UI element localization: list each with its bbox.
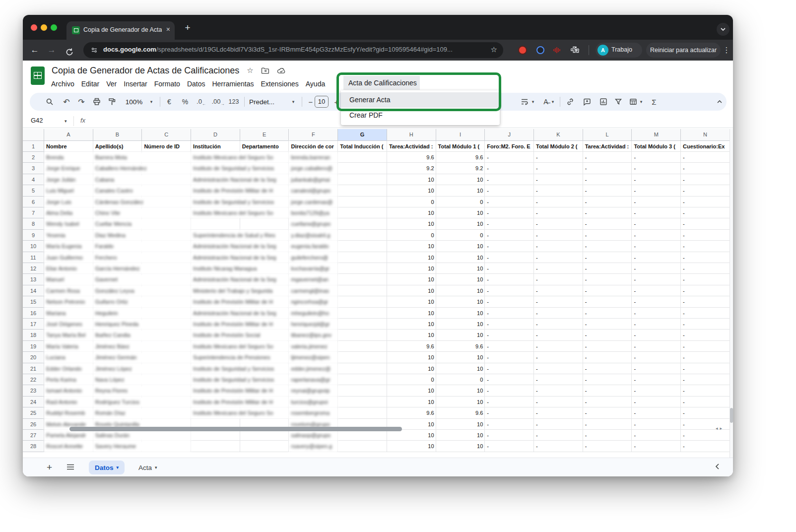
column-header-F[interactable]: F <box>289 129 338 141</box>
row-header-15[interactable]: 15 <box>23 296 44 307</box>
increase-decimals-button[interactable]: .00→ <box>210 93 225 111</box>
row-header-22[interactable]: 22 <box>23 374 44 385</box>
cell-G20[interactable] <box>338 352 387 363</box>
cell-G7[interactable] <box>338 207 387 218</box>
row-header-14[interactable]: 14 <box>23 285 44 296</box>
insert-chart-icon[interactable] <box>597 93 609 111</box>
tab-search-chevron-icon[interactable] <box>717 23 730 36</box>
move-to-folder-icon[interactable] <box>261 67 269 74</box>
zoom-select[interactable]: 100% <box>123 93 145 111</box>
column-header-I[interactable]: I <box>436 129 485 141</box>
row-header-19[interactable]: 19 <box>23 341 44 352</box>
cell-D8[interactable] <box>191 218 240 229</box>
browser-tab[interactable]: Copia de Generador de Actas × <box>66 21 175 40</box>
row-header-9[interactable]: 9 <box>23 230 44 241</box>
cell-G14[interactable] <box>338 285 387 296</box>
cell-G9[interactable] <box>338 230 387 241</box>
functions-sigma-icon[interactable]: Σ <box>648 93 660 111</box>
browser-profile-chip[interactable]: A Trabajo <box>596 43 642 58</box>
column-header-B[interactable]: B <box>93 129 142 141</box>
row-header-3[interactable]: 3 <box>23 163 44 174</box>
browser-kebab-menu-icon[interactable]: ⋮ <box>721 44 732 56</box>
row-header-4[interactable]: 4 <box>23 174 44 185</box>
text-wrap-icon[interactable] <box>519 93 531 111</box>
cell-G25[interactable] <box>338 407 387 418</box>
name-box-caret-icon[interactable]: ▾ <box>65 119 67 124</box>
insert-link-icon[interactable] <box>564 93 576 111</box>
column-header-H[interactable]: H <box>387 129 436 141</box>
menu-insertar[interactable]: Insertar <box>120 78 150 90</box>
cloud-saved-icon[interactable] <box>277 67 286 74</box>
menu-acta-de-calificaciones[interactable]: Acta de Calificaciones <box>343 76 420 90</box>
extension-badge-icon[interactable] <box>536 46 544 54</box>
text-rotation-caret-icon[interactable]: ▾ <box>550 93 556 111</box>
collapse-panel-chevron-icon[interactable] <box>714 463 722 470</box>
column-header-A[interactable]: A <box>44 129 93 141</box>
new-tab-button[interactable]: + <box>181 21 195 35</box>
cell-G5[interactable] <box>338 185 387 196</box>
all-sheets-icon[interactable] <box>66 464 74 470</box>
row-header-1[interactable]: 1 <box>23 141 44 152</box>
cell-E28[interactable] <box>240 441 289 452</box>
close-window-button[interactable] <box>31 24 37 31</box>
row-header-23[interactable]: 23 <box>23 385 44 396</box>
menu-datos[interactable]: Datos <box>184 78 209 90</box>
cell-D27[interactable] <box>191 430 240 441</box>
sheet-tab-acta[interactable]: Acta▾ <box>133 461 163 474</box>
row-header-25[interactable]: 25 <box>23 407 44 418</box>
row-header-12[interactable]: 12 <box>23 263 44 274</box>
star-icon[interactable]: ☆ <box>247 66 253 75</box>
column-header-C[interactable]: C <box>142 129 191 141</box>
reload-icon[interactable] <box>64 44 75 56</box>
decrease-decimals-button[interactable]: .0← <box>195 93 207 111</box>
column-header-N[interactable]: N <box>681 129 730 141</box>
font-caret-icon[interactable]: ▾ <box>290 93 297 111</box>
menu-formato[interactable]: Formato <box>151 78 184 90</box>
zoom-caret-icon[interactable]: ▾ <box>148 93 155 111</box>
cell-G2[interactable] <box>338 152 387 163</box>
hscroll-arrows-icon[interactable]: ◂▸ <box>716 426 724 431</box>
column-header-M[interactable]: M <box>632 129 681 141</box>
url-bar[interactable]: docs.google.com/spreadsheets/d/19GLdc4bi… <box>83 42 503 58</box>
filter-views-caret-icon[interactable]: ▾ <box>638 93 644 111</box>
cell-E27[interactable] <box>240 430 289 441</box>
row-header-7[interactable]: 7 <box>23 207 44 218</box>
row-header-11[interactable]: 11 <box>23 252 44 263</box>
cell-G6[interactable] <box>338 197 387 207</box>
cell-G28[interactable] <box>338 441 387 452</box>
column-header-J[interactable]: J <box>485 129 534 141</box>
bookmark-star-icon[interactable]: ☆ <box>491 45 497 54</box>
row-header-10[interactable]: 10 <box>23 241 44 252</box>
insert-comment-icon[interactable] <box>581 93 593 111</box>
row-header-2[interactable]: 2 <box>23 152 44 163</box>
row-header-26[interactable]: 26 <box>23 419 44 430</box>
cell-G22[interactable] <box>338 374 387 385</box>
row-header-5[interactable]: 5 <box>23 185 44 196</box>
cell-G17[interactable] <box>338 319 387 330</box>
more-formats-button[interactable]: 123 <box>227 93 240 111</box>
cell-G21[interactable] <box>338 363 387 374</box>
cell-G11[interactable] <box>338 252 387 263</box>
menu-ver[interactable]: Ver <box>103 78 120 90</box>
extensions-puzzle-icon[interactable] <box>571 46 580 55</box>
name-box[interactable]: G42 <box>31 117 43 124</box>
column-header-L[interactable]: L <box>583 129 632 141</box>
back-icon[interactable]: ← <box>29 44 41 56</box>
cell-G10[interactable] <box>338 241 387 252</box>
zoom-window-button[interactable] <box>51 24 57 31</box>
menu-editar[interactable]: Editar <box>78 78 103 90</box>
cell-G19[interactable] <box>338 341 387 352</box>
cell-G16[interactable] <box>338 308 387 319</box>
select-all-corner[interactable] <box>23 129 44 141</box>
cell-G3[interactable] <box>338 163 387 174</box>
menu-archivo[interactable]: Archivo <box>48 78 78 90</box>
menu-item-crear-pdf[interactable]: Crear PDF <box>341 108 500 123</box>
recording-indicator-icon[interactable] <box>519 47 526 54</box>
cell-G27[interactable] <box>338 430 387 441</box>
column-header-G[interactable]: G <box>338 129 387 141</box>
row-header-8[interactable]: 8 <box>23 218 44 229</box>
row-header-24[interactable]: 24 <box>23 397 44 407</box>
row-header-17[interactable]: 17 <box>23 319 44 330</box>
search-menus-icon[interactable] <box>44 93 56 111</box>
increase-font-size-button[interactable]: + <box>332 93 341 111</box>
